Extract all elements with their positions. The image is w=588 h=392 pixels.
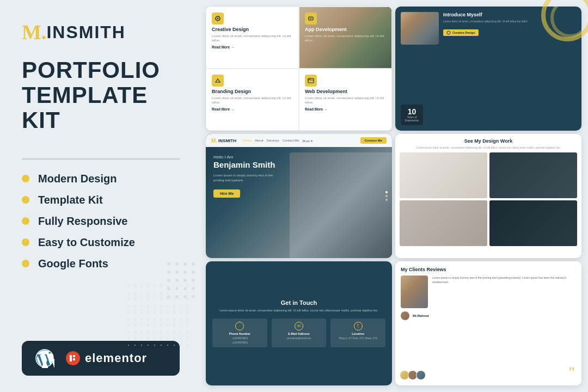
hero-card: M. INSMITH Home About Services Contact M… — [206, 134, 392, 258]
contact-email-box: ✉ E-Mail Address yourname@email.com — [272, 318, 327, 347]
years-label: Years ofExperience — [405, 115, 419, 122]
services-grid: Creative Design Lorem dolor sit amet, co… — [206, 7, 392, 131]
service-item-3: Branding Design Lorem dolor sit amet, co… — [206, 69, 299, 131]
contact-card: Get in Touch Lorem ipsum dolor sit amet,… — [206, 261, 392, 385]
reviewer-avatar — [401, 311, 409, 320]
feature-label-1: Modern Design — [38, 173, 117, 185]
avatar-row — [400, 370, 426, 380]
svg-point-2 — [66, 351, 80, 365]
introduce-badge-text: Creative Design — [452, 31, 475, 34]
years-number: 10 — [405, 108, 419, 115]
introduce-photo-bg — [401, 12, 439, 45]
svg-point-24 — [183, 295, 187, 298]
service-item-2: App Development Lorem dolor sit amet, co… — [299, 7, 392, 69]
contact-location-box: 📍 Location Plaza X, XY Floor, XYZ Street… — [330, 318, 385, 347]
portfolio-grid — [400, 152, 577, 246]
reviewer-photo-bg — [401, 275, 428, 308]
feature-item-1: Modern Design — [22, 173, 180, 185]
hero-nav: M. INSMITH Home About Services Contact M… — [206, 134, 392, 147]
hero-nav-logo: M. INSMITH — [211, 138, 236, 144]
elementor-icon — [65, 351, 81, 366]
read-more-4[interactable]: Read More → — [305, 107, 386, 111]
introduce-title: Introduce Myself — [443, 12, 576, 17]
hero-desc: Lorem Ipsum is simply dummy text of the … — [213, 173, 284, 183]
hero-nav-links: Home About Services Contact Me More ▾ — [243, 139, 313, 143]
read-more-1[interactable]: Read More → — [212, 45, 293, 49]
web-dev-icon — [305, 75, 317, 87]
svg-point-15 — [175, 279, 179, 282]
services-card: Creative Design Lorem dolor sit amet, co… — [206, 7, 392, 131]
main-container: M. INSMITH PORTFOLIO TEMPLATE KIT Modern… — [0, 0, 588, 392]
contact-info-row: 📞 Phone Number +12345678901 +12345678901… — [212, 318, 385, 347]
svg-point-18 — [167, 287, 170, 290]
svg-point-20 — [183, 287, 187, 290]
svg-rect-3 — [70, 355, 72, 362]
feature-item-3: Fully Responsive — [22, 215, 180, 228]
phone-label: Phone Number — [229, 332, 250, 335]
portfolio-card: See My Design Work Lorem ipsum dolor sit… — [395, 134, 581, 258]
hire-me-button[interactable]: Hire Me — [213, 189, 240, 198]
portfolio-title: See My Design Work — [400, 138, 577, 144]
wordpress-icon — [35, 348, 54, 368]
hero-name: Benjamin Smith — [213, 161, 384, 170]
nav-link-about[interactable]: About — [255, 139, 264, 143]
svg-point-8 — [183, 262, 187, 266]
right-panel: Creative Design Lorem dolor sit amet, co… — [201, 0, 588, 392]
phone-val1: +12345678901 — [231, 337, 248, 340]
title-block: PORTFOLIO TEMPLATE KIT — [22, 58, 180, 133]
portfolio-item-3 — [400, 200, 487, 246]
creative-icon — [446, 30, 451, 35]
portfolio-item-1 — [400, 152, 487, 198]
nav-link-services[interactable]: Services — [267, 139, 279, 143]
years-box: 10 Years ofExperience — [401, 105, 423, 125]
divider — [22, 158, 180, 160]
svg-rect-5 — [73, 358, 75, 360]
feature-label-2: Template Kit — [38, 194, 103, 206]
svg-rect-4 — [73, 355, 75, 357]
reviews-card: My Clients Reviews Lorem ipsum is simply… — [395, 261, 581, 385]
svg-point-12 — [183, 271, 187, 274]
introduce-inner: Introduce Myself Lorem dolor sit amet, c… — [395, 7, 581, 131]
read-more-3[interactable]: Read More → — [212, 107, 293, 111]
bullet-icon-5 — [22, 260, 29, 267]
svg-point-27 — [217, 18, 219, 20]
service-item-4: Web Development Lorem dolor sit amet, co… — [299, 69, 392, 131]
service-desc-3: Lorem dolor sit amet, consectetur adipis… — [212, 96, 293, 105]
svg-point-21 — [192, 287, 195, 290]
left-panel: M. INSMITH PORTFOLIO TEMPLATE KIT Modern… — [0, 0, 201, 392]
svg-point-11 — [175, 271, 179, 274]
location-val: Plaza X, XY Floor, XYZ Street, XYZ — [339, 337, 377, 340]
service-desc-4: Lorem dolor sit amet, consectetur adipis… — [305, 96, 386, 105]
decorative-dots — [166, 261, 199, 305]
nav-link-home[interactable]: Home — [243, 139, 252, 143]
contact-phone-box: 📞 Phone Number +12345678901 +12345678901 — [212, 318, 267, 347]
nav-link-more[interactable]: More ▾ — [302, 139, 312, 143]
feature-label-3: Fully Responsive — [38, 215, 128, 228]
svg-point-16 — [183, 279, 187, 282]
location-icon: 📍 — [354, 322, 363, 330]
introduce-desc: Lorem dolor sit amet, consectetur adipis… — [443, 20, 576, 24]
svg-point-14 — [167, 279, 170, 282]
reviewer-name: Mr.Mahnat — [413, 314, 429, 317]
svg-point-35 — [447, 31, 450, 34]
phone-icon: 📞 — [235, 322, 244, 330]
nav-link-contact[interactable]: Contact Me — [283, 139, 299, 143]
email-val: yourname@email.com — [286, 337, 311, 340]
bullet-icon-3 — [22, 217, 29, 225]
reviewer-info-area: Mr.Mahnat — [401, 311, 576, 320]
elementor-text: elementor — [85, 351, 147, 365]
hero-nav-cta[interactable]: Contact Me — [360, 137, 387, 144]
main-title-line1: PORTFOLIO TEMPLATE KIT — [22, 58, 180, 133]
service-title-2: App Development — [305, 27, 386, 32]
service-desc-1: Lorem dolor sit amet, consectetur adipis… — [212, 34, 293, 43]
reviewer-info: Mr.Mahnat — [401, 311, 576, 320]
feature-label-5: Google Fonts — [38, 258, 108, 270]
reviews-inner: My Clients Reviews Lorem ipsum is simply… — [395, 261, 581, 385]
svg-point-7 — [175, 262, 179, 266]
svg-point-6 — [167, 262, 170, 266]
email-label: E-Mail Address — [288, 332, 310, 335]
logo-area: M. INSMITH — [22, 22, 180, 42]
svg-point-22 — [167, 295, 170, 298]
portfolio-item-2 — [489, 152, 577, 198]
bottom-badges: elementor — [22, 341, 180, 376]
